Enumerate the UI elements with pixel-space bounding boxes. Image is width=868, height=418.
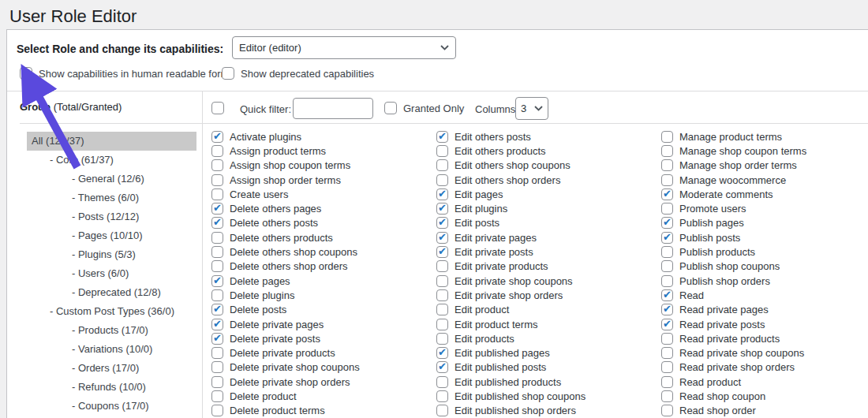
capability-checkbox[interactable] [661,361,673,373]
capability-item[interactable]: Publish pages [661,216,868,230]
capability-item[interactable]: Publish shop orders [661,274,868,288]
capability-item[interactable]: Publish posts [661,230,868,244]
sidebar-item[interactable]: - Users (6/0) [27,264,202,283]
capability-checkbox[interactable] [211,260,223,272]
capability-checkbox[interactable] [211,131,223,143]
capability-checkbox[interactable] [436,319,448,330]
capability-item[interactable]: Edit private posts [436,244,657,259]
capability-checkbox[interactable] [661,319,673,330]
sidebar-item[interactable]: - Products (17/0) [27,321,202,340]
role-select[interactable]: Editor (editor) [232,36,456,59]
capability-item[interactable]: Delete others posts [211,216,432,230]
capability-checkbox[interactable] [436,333,448,345]
capability-item[interactable]: Assign shop order terms [211,173,432,187]
capability-item[interactable]: Delete product terms [211,404,432,418]
capability-item[interactable]: Delete private posts [211,331,432,345]
sidebar-item[interactable]: - General (12/6) [27,170,202,188]
capability-item[interactable]: Promote users [661,201,868,215]
granted-only-checkbox[interactable] [384,102,397,114]
deprecated-option[interactable]: Show deprecated capabilities [222,66,374,80]
capability-item[interactable]: Edit published shop orders [436,404,657,418]
capability-item[interactable]: Read private posts [661,317,868,331]
sidebar-item[interactable]: - Deprecated (12/8) [27,283,202,302]
capability-checkbox[interactable] [211,289,223,301]
capability-checkbox[interactable] [661,232,673,244]
capability-checkbox[interactable] [436,232,448,244]
capability-item[interactable]: Delete posts [211,303,432,317]
quick-filter-input[interactable] [293,98,373,119]
capability-checkbox[interactable] [211,390,223,402]
capability-checkbox[interactable] [211,405,223,416]
capability-checkbox[interactable] [436,159,448,171]
capability-checkbox[interactable] [436,304,448,315]
capability-item[interactable]: Delete product [211,389,432,403]
capability-item[interactable]: Manage shop coupon terms [661,144,868,158]
sidebar-item[interactable]: - Custom Post Types (36/0) [27,302,202,321]
human-readable-checkbox[interactable] [20,67,32,80]
sidebar-item[interactable]: - Variations (10/0) [27,340,202,359]
capability-item[interactable]: Moderate comments [661,187,868,201]
capability-item[interactable]: Create users [211,187,432,201]
capability-checkbox[interactable] [211,203,223,215]
capability-checkbox[interactable] [661,188,673,200]
capability-item[interactable]: Edit published pages [436,345,657,360]
capability-item[interactable]: Edit others shop orders [436,173,657,187]
capability-item[interactable]: Edit private products [436,259,657,274]
capability-checkbox[interactable] [436,289,448,301]
capability-checkbox[interactable] [211,319,223,330]
capability-checkbox[interactable] [661,376,673,388]
capability-item[interactable]: Manage shop order terms [661,159,868,173]
capability-checkbox[interactable] [211,347,223,359]
capability-item[interactable]: Edit products [436,331,657,345]
capability-item[interactable]: Edit posts [436,216,657,230]
sidebar-item[interactable]: - Coupons (17/0) [27,397,202,416]
capability-checkbox[interactable] [211,159,223,171]
capability-checkbox[interactable] [436,347,448,359]
capability-item[interactable]: Delete private pages [211,317,432,331]
capability-checkbox[interactable] [436,217,448,229]
capability-checkbox[interactable] [436,188,448,200]
capability-item[interactable]: Edit pages [436,187,657,201]
capability-item[interactable]: Edit published posts [436,360,657,375]
capability-item[interactable]: Read private shop orders [661,360,868,375]
capability-item[interactable]: Assign product terms [211,144,432,158]
capability-item[interactable]: Assign shop coupon terms [211,159,432,173]
capability-checkbox[interactable] [661,390,673,402]
capability-checkbox[interactable] [211,376,223,388]
capability-item[interactable]: Edit private pages [436,230,657,244]
capability-checkbox[interactable] [436,246,448,258]
capability-checkbox[interactable] [661,275,673,287]
sidebar-item[interactable]: - Orders (17/0) [27,359,202,378]
capability-item[interactable]: Edit product [436,303,657,317]
capability-item[interactable]: Publish shop coupons [661,259,868,274]
sidebar-item[interactable]: - Refunds (10/0) [27,378,202,397]
capability-item[interactable]: Delete others shop coupons [211,244,432,259]
sidebar-item[interactable]: - Plugins (5/3) [27,245,202,264]
capability-checkbox[interactable] [661,203,673,215]
capability-checkbox[interactable] [436,275,448,287]
deprecated-checkbox[interactable] [222,67,234,80]
capability-checkbox[interactable] [661,260,673,272]
capability-item[interactable]: Read private shop coupons [661,345,868,360]
capability-item[interactable]: Edit published shop coupons [436,389,657,403]
capability-checkbox[interactable] [211,232,223,244]
capability-checkbox[interactable] [661,289,673,301]
sidebar-item[interactable]: - Posts (12/12) [27,207,202,226]
capability-item[interactable]: Edit product terms [436,317,657,331]
capability-item[interactable]: Delete others pages [211,201,432,215]
capability-checkbox[interactable] [661,333,673,345]
capability-item[interactable]: Read [661,288,868,302]
capability-checkbox[interactable] [211,145,223,157]
capability-checkbox[interactable] [436,203,448,215]
sidebar-item[interactable]: - Core (61/37) [27,151,202,170]
capability-checkbox[interactable] [211,333,223,345]
capability-checkbox[interactable] [436,260,448,272]
capability-item[interactable]: Read private products [661,331,868,345]
capability-checkbox[interactable] [661,131,673,143]
capability-checkbox[interactable] [661,347,673,359]
columns-select[interactable]: 3 [515,97,548,120]
capability-checkbox[interactable] [661,217,673,229]
capability-item[interactable]: Delete pages [211,274,432,288]
capability-checkbox[interactable] [661,304,673,315]
capability-checkbox[interactable] [661,246,673,258]
